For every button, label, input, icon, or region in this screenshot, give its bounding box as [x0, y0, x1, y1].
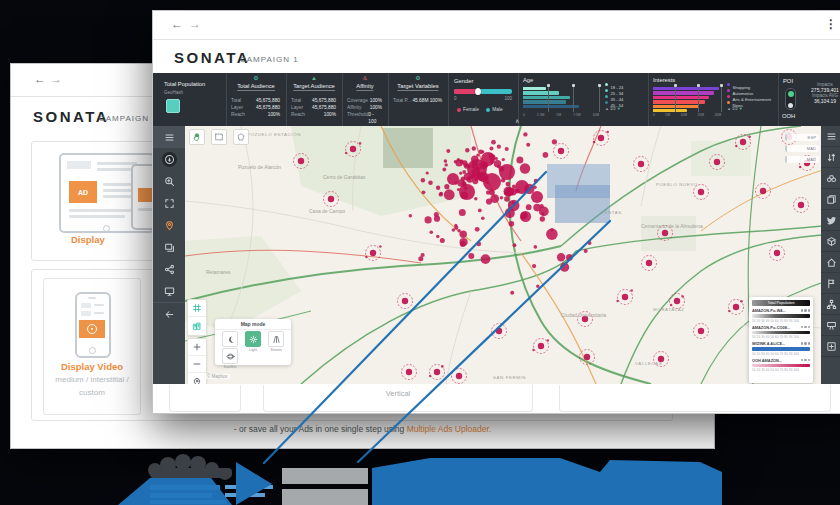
back-icon[interactable] — [153, 302, 185, 325]
gender-legend: Female Male — [457, 107, 503, 112]
svg-text:Retamares: Retamares — [206, 269, 231, 275]
svg-text:SAN FERMÍN: SAN FERMÍN — [493, 375, 526, 380]
svg-text:Ciudad Universitaria: Ciudad Universitaria — [561, 312, 606, 318]
twitter-icon[interactable] — [821, 210, 840, 231]
pager-down[interactable]: ▼ — [617, 106, 621, 111]
map-mode-streets[interactable]: Streets — [266, 331, 286, 352]
back-arrow-icon[interactable]: ← — [171, 17, 183, 31]
sec-age-bars[interactable] — [523, 87, 599, 109]
stat-total-audience: ⚙ Total Audience Total45,675,880Layer45,… — [226, 73, 285, 126]
map-mode-panel: Map mode DarkLightStreetsSatellite — [215, 319, 291, 365]
poi-pin-icon[interactable] — [188, 373, 206, 384]
billboard-icon[interactable] — [821, 315, 840, 336]
gallery-icon[interactable] — [153, 236, 185, 258]
stat-row: Coverage100% — [347, 97, 382, 104]
stat-age: Age 02.5M5M7.5M10M 18 - 2425 - 3435 - 44… — [518, 73, 647, 126]
right-toolbar — [821, 126, 840, 384]
uploader-note: - or save all your Ads in one single ste… — [11, 424, 714, 434]
stat-row: Reach100% — [231, 111, 280, 118]
minus-icon[interactable] — [188, 356, 206, 373]
screen-icon[interactable] — [153, 280, 185, 302]
svg-text:Cerro de Garabitas: Cerro de Garabitas — [323, 174, 366, 180]
bottom-card-right[interactable] — [559, 385, 831, 412]
add-box-icon[interactable] — [821, 336, 840, 357]
map-mode-light[interactable]: Light — [243, 331, 263, 352]
svg-text:VENTAS: VENTAS — [601, 210, 622, 215]
collapse-stats-chevron[interactable]: ∧ — [515, 117, 519, 124]
forward-arrow-icon[interactable]: → — [189, 17, 201, 31]
polygon-select-icon[interactable] — [233, 129, 249, 145]
bottom-card-vertical[interactable]: Vertical — [263, 385, 533, 412]
menu-icon[interactable] — [153, 126, 185, 148]
map-area[interactable]: POZUELO ESTACIÓNPozuelo de AlarcónCerro … — [185, 126, 840, 384]
layer-item[interactable]: OOH AMAZON... 10 20 30 40 50 60 70 80 90… — [752, 358, 810, 373]
campaign-name: CAMPAIGN 1 — [99, 114, 158, 123]
compass-icon[interactable] — [153, 148, 185, 170]
sec-interests-bars[interactable] — [653, 87, 721, 113]
home-icon[interactable] — [821, 252, 840, 273]
svg-text:Cementerio de la Almudena: Cementerio de la Almudena — [641, 223, 703, 229]
pager-up[interactable]: ▲ — [605, 106, 609, 111]
map-attribution: © Mapbox — [205, 374, 230, 379]
display-video-sub1: medium / interstitial / — [44, 375, 140, 384]
region-chip[interactable]: ESP — [785, 134, 819, 141]
flag-icon[interactable] — [821, 273, 840, 294]
filter-icon[interactable] — [821, 147, 840, 168]
impacts-avg-value: 36,104.19 — [801, 98, 840, 104]
brand-logo: SONATA — [174, 49, 250, 66]
rect-select-icon[interactable] — [211, 129, 227, 145]
map-tools — [189, 129, 249, 145]
stat-total-population: Total Population GeoHash — [161, 73, 224, 126]
stat-gender: Gender 0100 Female Male — [448, 73, 517, 126]
network-icon[interactable] — [821, 294, 840, 315]
sec-age-legend: 18 - 2425 - 3435 - 4445 - 54 ▲ 1/2 ▼ — [605, 81, 623, 111]
stats-bar: Total Population GeoHash ⚙ Total Audienc… — [153, 73, 840, 126]
buildings-icon[interactable] — [188, 317, 206, 334]
display-card-label[interactable]: Display — [71, 234, 161, 245]
bottom-cards-strip: Vertical — [153, 384, 840, 413]
region-chip[interactable]: MAD — [785, 145, 819, 152]
svg-text:Casa de Campo: Casa de Campo — [309, 208, 345, 214]
vertical-card-label: Vertical — [264, 389, 532, 398]
region-chip[interactable]: MAD — [785, 156, 819, 163]
pager-up[interactable]: ▲ — [727, 106, 731, 111]
stat-poi: POI OOH Impacts 275,739,401 Impacts AVG … — [778, 73, 840, 126]
binoculars-icon[interactable] — [821, 168, 840, 189]
plus-icon[interactable] — [188, 339, 206, 356]
forward-arrow-icon[interactable]: → — [50, 72, 62, 86]
front-window: ← → ⋮ SONATA CAMPAIGN 1 Total Population… — [152, 10, 840, 414]
fullscreen-icon[interactable] — [153, 192, 185, 214]
street-illustration — [110, 452, 730, 505]
display-video-card[interactable]: Display Video medium / interstitial / cu… — [43, 278, 141, 415]
back-arrow-icon[interactable]: ← — [34, 72, 46, 86]
bottom-card-left[interactable] — [169, 385, 241, 412]
svg-text:PUEBLO NUEVO: PUEBLO NUEVO — [656, 182, 698, 187]
layer-item[interactable]: AMAZON-Po-CO08... 10 20 30 40 50 60 70 8… — [752, 325, 810, 340]
stat-affinity: & Affinity Coverage100%Affinity100%Thres… — [342, 73, 387, 126]
gender-slider[interactable] — [454, 89, 512, 94]
stat-row: Total45,675,880 — [291, 97, 336, 104]
display-video-sub2: custom — [44, 388, 140, 397]
left-toolbar — [153, 126, 185, 384]
poi-pin-icon[interactable] — [153, 214, 185, 236]
layer-item[interactable]: WIZINK A ALICE... 10 20 30 40 50 60 70 8… — [752, 341, 810, 356]
zoom-search-icon[interactable] — [153, 170, 185, 192]
svg-text:MORATALAZ: MORATALAZ — [653, 307, 685, 312]
map-zoom-buttons — [187, 338, 207, 384]
stat-target-audience: ▲ Target Audience Total45,675,880Layer45… — [286, 73, 341, 126]
multiple-ads-uploader-link[interactable]: Multiple Ads Uploader. — [407, 424, 492, 434]
pager-down[interactable]: ▼ — [739, 106, 743, 111]
campaign-name: CAMPAIGN 1 — [240, 55, 299, 64]
pan-hand-icon[interactable] — [189, 129, 205, 145]
population-swatch[interactable] — [166, 99, 180, 113]
cube-icon[interactable] — [821, 231, 840, 252]
map-mode-satellite[interactable]: Satellite — [220, 348, 240, 369]
kebab-menu-icon[interactable]: ⋮ — [825, 17, 837, 31]
grid-hash-icon[interactable] — [188, 300, 206, 317]
copy-icon[interactable] — [821, 189, 840, 210]
poi-ooh-toggle[interactable] — [785, 88, 796, 110]
video-area — [79, 320, 105, 338]
menu-icon[interactable] — [821, 126, 840, 147]
share-icon[interactable] — [153, 258, 185, 280]
layer-item[interactable]: AMAZON-Po-W4... 10 20 30 40 50 60 70 80 … — [752, 308, 810, 323]
